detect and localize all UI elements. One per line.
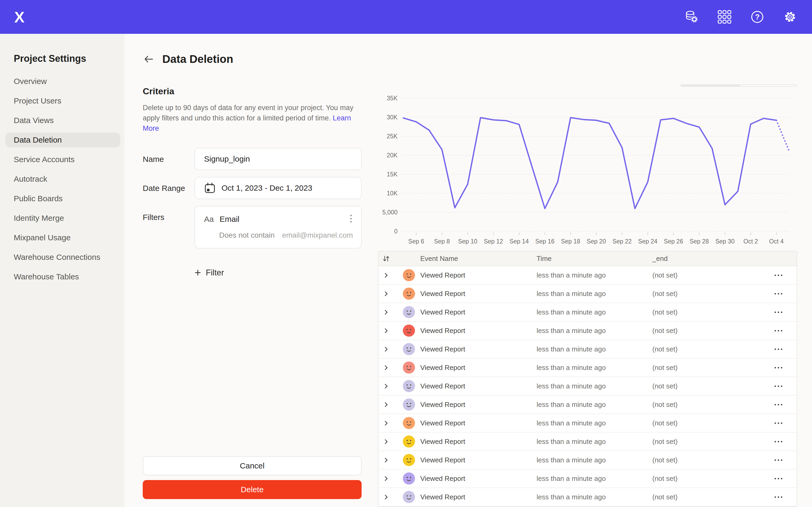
sidebar-item-project-users[interactable]: Project Users <box>5 94 120 108</box>
apps-grid-icon[interactable] <box>717 9 732 24</box>
event-name-cell: Viewed Report <box>415 438 531 446</box>
sidebar-item-label: Public Boards <box>14 194 63 203</box>
date-range-input[interactable]: Oct 1, 2023 - Dec 1, 2023 <box>195 177 362 199</box>
chevron-right-icon[interactable] <box>385 273 388 278</box>
table-row[interactable]: Viewed Report less than a minute ago (no… <box>378 377 797 396</box>
row-menu-icon[interactable] <box>774 496 783 498</box>
sidebar-item-identity-merge[interactable]: Identity Merge <box>5 211 120 226</box>
row-menu-icon[interactable] <box>774 311 783 313</box>
table-row[interactable]: Viewed Report less than a minute ago (no… <box>378 396 797 414</box>
sidebar-item-label: Warehouse Connections <box>14 253 100 262</box>
column-header-end[interactable]: _end <box>647 255 760 263</box>
sidebar-item-label: Mixpanel Usage <box>14 233 70 242</box>
row-menu-icon[interactable] <box>774 441 783 443</box>
table-header: Event Name Time _end <box>378 251 797 266</box>
row-menu-icon[interactable] <box>774 459 783 461</box>
time-cell: less than a minute ago <box>531 493 647 501</box>
avatar <box>403 472 415 485</box>
table-row[interactable]: Viewed Report less than a minute ago (no… <box>378 322 797 340</box>
row-menu-icon[interactable] <box>774 293 783 295</box>
table-row[interactable]: Viewed Report less than a minute ago (no… <box>378 414 797 433</box>
delete-button[interactable]: Delete <box>143 480 362 499</box>
sort-icon[interactable] <box>383 256 390 262</box>
bar-chart-tab[interactable]: Bar Chart <box>740 85 797 87</box>
sidebar-item-mixpanel-usage[interactable]: Mixpanel Usage <box>5 230 120 245</box>
table-row[interactable]: Viewed Report less than a minute ago (no… <box>378 469 797 488</box>
data-management-icon[interactable] <box>684 9 699 24</box>
chevron-right-icon[interactable] <box>385 291 388 296</box>
end-cell: (not set) <box>647 271 760 279</box>
chevron-right-icon[interactable] <box>385 328 388 333</box>
chevron-right-icon[interactable] <box>385 347 388 352</box>
row-menu-icon[interactable] <box>774 422 783 424</box>
sidebar-item-overview[interactable]: Overview <box>5 74 120 89</box>
event-name-cell: Viewed Report <box>415 382 531 390</box>
chart-type-toggle: Line Chart Bar Chart <box>680 84 797 87</box>
end-cell: (not set) <box>647 363 760 372</box>
chevron-right-icon[interactable] <box>385 420 388 426</box>
sidebar-item-warehouse-connections[interactable]: Warehouse Connections <box>5 250 120 265</box>
table-row[interactable]: Viewed Report less than a minute ago (no… <box>378 340 797 358</box>
filter-card-top: Aa Email <box>204 213 354 225</box>
svg-text:Sep 30: Sep 30 <box>715 238 734 244</box>
table-row[interactable]: Viewed Report less than a minute ago (no… <box>378 285 797 303</box>
sidebar-item-public-boards[interactable]: Public Boards <box>5 191 120 206</box>
end-cell: (not set) <box>647 401 760 409</box>
table-row[interactable]: Viewed Report less than a minute ago (no… <box>378 266 797 285</box>
row-menu-icon[interactable] <box>774 385 783 387</box>
line-chart-tab[interactable]: Line Chart <box>681 85 740 87</box>
sidebar-item-autotrack[interactable]: Autotrack <box>5 172 120 186</box>
filter-menu-button[interactable] <box>348 213 354 225</box>
event-name-cell: Viewed Report <box>415 493 531 501</box>
database-gear-icon <box>684 9 699 24</box>
chevron-right-icon[interactable] <box>385 495 388 500</box>
mixpanel-logo[interactable]: X <box>14 8 24 26</box>
row-menu-icon[interactable] <box>774 348 783 350</box>
filters-label: Filters <box>143 206 195 248</box>
column-header-time[interactable]: Time <box>531 255 647 263</box>
chevron-right-icon[interactable] <box>385 310 388 315</box>
kebab-vertical-icon <box>350 214 352 223</box>
add-filter-button[interactable]: + Filter <box>195 268 362 278</box>
chevron-right-icon[interactable] <box>385 476 388 481</box>
sidebar-item-data-deletion[interactable]: Data Deletion <box>5 132 120 147</box>
criteria-description-text: Delete up to 90 days of data for any eve… <box>143 104 353 122</box>
sidebar-item-data-views[interactable]: Data Views <box>5 113 120 128</box>
svg-text:Sep 8: Sep 8 <box>434 238 450 244</box>
filter-value[interactable]: email@mixpanel.com <box>282 231 353 239</box>
chevron-right-icon[interactable] <box>385 365 388 370</box>
svg-text:25K: 25K <box>387 133 398 140</box>
settings-gear-icon[interactable] <box>782 9 798 24</box>
criteria-heading: Criteria <box>143 86 362 96</box>
row-menu-icon[interactable] <box>774 404 783 406</box>
chevron-right-icon[interactable] <box>385 458 388 463</box>
table-row[interactable]: Viewed Report less than a minute ago (no… <box>378 451 797 469</box>
svg-text:15K: 15K <box>387 171 398 178</box>
svg-text:Sep 6: Sep 6 <box>408 238 424 244</box>
svg-text:Sep 24: Sep 24 <box>638 238 657 244</box>
help-icon[interactable]: ? <box>750 9 765 24</box>
svg-text:Sep 10: Sep 10 <box>458 238 477 244</box>
event-name-cell: Viewed Report <box>415 363 531 372</box>
table-row[interactable]: Viewed Report less than a minute ago (no… <box>378 433 797 451</box>
column-header-event-name[interactable]: Event Name <box>415 255 531 263</box>
sidebar-item-label: Project Users <box>14 96 61 105</box>
chevron-right-icon[interactable] <box>385 402 388 407</box>
back-button[interactable] <box>143 54 154 64</box>
row-menu-icon[interactable] <box>774 330 783 332</box>
cancel-button[interactable]: Cancel <box>143 456 362 475</box>
table-row[interactable]: Viewed Report less than a minute ago (no… <box>378 303 797 322</box>
filter-operator[interactable]: Does not contain <box>219 231 274 239</box>
filter-property[interactable]: Email <box>220 215 240 224</box>
row-menu-icon[interactable] <box>774 478 783 480</box>
name-input[interactable] <box>195 148 362 170</box>
date-range-value: Oct 1, 2023 - Dec 1, 2023 <box>221 183 312 192</box>
sidebar-item-warehouse-tables[interactable]: Warehouse Tables <box>5 269 120 284</box>
chevron-right-icon[interactable] <box>385 384 388 389</box>
chevron-right-icon[interactable] <box>385 439 388 444</box>
sidebar-item-service-accounts[interactable]: Service Accounts <box>5 152 120 167</box>
row-menu-icon[interactable] <box>774 274 783 276</box>
row-menu-icon[interactable] <box>774 367 783 369</box>
table-row[interactable]: Viewed Report less than a minute ago (no… <box>378 488 797 506</box>
table-row[interactable]: Viewed Report less than a minute ago (no… <box>378 358 797 377</box>
